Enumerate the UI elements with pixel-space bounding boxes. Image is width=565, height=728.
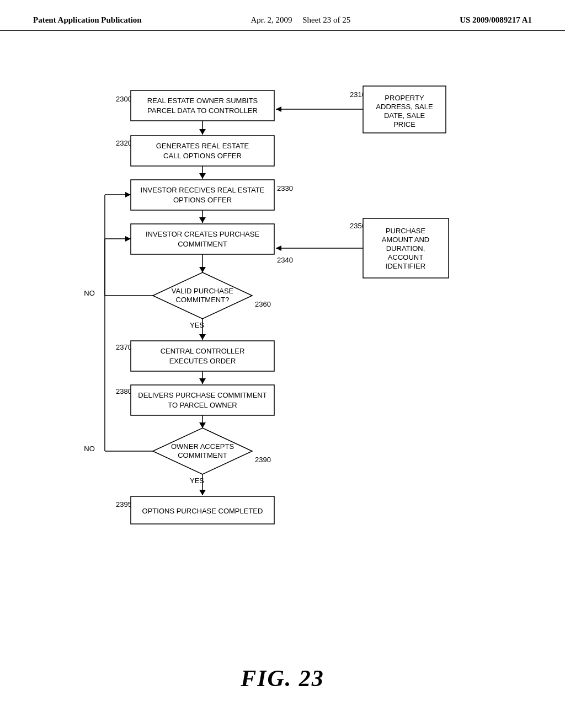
- label-2320: 2320: [116, 139, 132, 147]
- publication-label: Patent Application Publication: [33, 15, 142, 25]
- flowchart-svg: .box-text { font-family: Arial, sans-ser…: [34, 42, 531, 649]
- arrowhead-2340-2360: [199, 267, 206, 272]
- box-2370-text1: CENTRAL CONTROLLER: [161, 347, 245, 355]
- label-2395: 2395: [116, 500, 132, 508]
- label-2370: 2370: [116, 343, 132, 351]
- box-2350-text1: PURCHASE: [386, 227, 426, 235]
- arrowhead-yes-2360: [199, 334, 206, 340]
- box-2395-text1: OPTIONS PURCHASE COMPLETED: [142, 507, 263, 515]
- no-label-2360: NO: [84, 289, 95, 297]
- arrowhead-2330-2340: [199, 217, 206, 223]
- box-2350-text4: ACCOUNT: [388, 253, 423, 261]
- arrowhead-no-2360: [125, 192, 131, 197]
- no-label-2390: NO: [84, 445, 95, 453]
- page-header: Patent Application Publication Apr. 2, 2…: [0, 0, 565, 31]
- box-2320-text1: GENERATES REAL ESTATE: [156, 142, 249, 150]
- box-2320-text2: CALL OPTIONS OFFER: [163, 152, 242, 160]
- arrowhead-2300-2320: [199, 129, 206, 135]
- box-2330-text2: OPTIONS OFFER: [173, 196, 232, 204]
- label-2390: 2390: [255, 456, 271, 464]
- box-2350-text2: AMOUNT AND: [382, 235, 429, 244]
- figure-label: FIG. 23: [0, 665, 565, 703]
- box-2380-text2: TO PARCEL OWNER: [168, 401, 237, 409]
- box-2340: [131, 224, 274, 254]
- box-2350-text5: IDENTIFIER: [386, 262, 425, 270]
- date-sheet-info: Apr. 2, 2009 Sheet 23 of 25: [251, 15, 351, 25]
- arrowhead-2370-2380: [199, 378, 206, 384]
- box-2310-text4: PRICE: [393, 120, 415, 129]
- arrowhead-no-2390: [125, 236, 131, 242]
- label-2360: 2360: [255, 300, 271, 308]
- diamond-2360-text1: VALID PURCHASE: [172, 287, 234, 295]
- box-2340-text1: INVESTOR CREATES PURCHASE: [146, 230, 259, 238]
- box-2310-text1: PROPERTY: [385, 94, 424, 102]
- box-2310-text3: DATE, SALE: [384, 111, 425, 120]
- box-2300-text2: PARCEL DATA TO CONTROLLER: [147, 106, 258, 115]
- box-2380: [131, 385, 274, 415]
- label-2340: 2340: [277, 256, 293, 264]
- patent-number: US 2009/0089217 A1: [460, 15, 532, 25]
- arrowhead-2310-2300: [276, 106, 281, 112]
- label-2300: 2300: [116, 95, 132, 103]
- arrowhead-2380-2390: [199, 422, 206, 428]
- box-2370: [131, 341, 274, 371]
- box-2330: [131, 180, 274, 210]
- box-2320: [131, 136, 274, 166]
- diamond-2360-text2: COMMITMENT?: [176, 296, 230, 304]
- publication-date: Apr. 2, 2009: [251, 15, 292, 24]
- box-2300: [131, 90, 274, 121]
- diamond-2390-text1: OWNER ACCEPTS: [171, 442, 234, 451]
- sheet-info: Sheet 23 of 25: [302, 15, 350, 24]
- box-2300-text1: REAL ESTATE OWNER SUMBITS: [147, 97, 258, 105]
- arrowhead-2320-2330: [199, 173, 206, 179]
- box-2330-text1: INVESTOR RECEIVES REAL ESTATE: [141, 186, 265, 194]
- label-2380: 2380: [116, 387, 132, 395]
- box-2350-text3: DURATION,: [386, 244, 425, 253]
- label-2330: 2330: [277, 184, 293, 192]
- diagram-area: .box-text { font-family: Arial, sans-ser…: [0, 31, 565, 660]
- arrowhead-yes-2390: [199, 490, 206, 495]
- arrowhead-2350-2340: [276, 245, 281, 251]
- box-2370-text2: EXECUTES ORDER: [169, 357, 236, 365]
- box-2310-text2: ADDRESS, SALE: [376, 103, 433, 111]
- box-2380-text1: DELIVERS PURCHASE COMMITMENT: [138, 391, 266, 399]
- box-2340-text2: COMMITMENT: [178, 240, 227, 248]
- diamond-2390-text2: COMMITMENT: [178, 451, 227, 459]
